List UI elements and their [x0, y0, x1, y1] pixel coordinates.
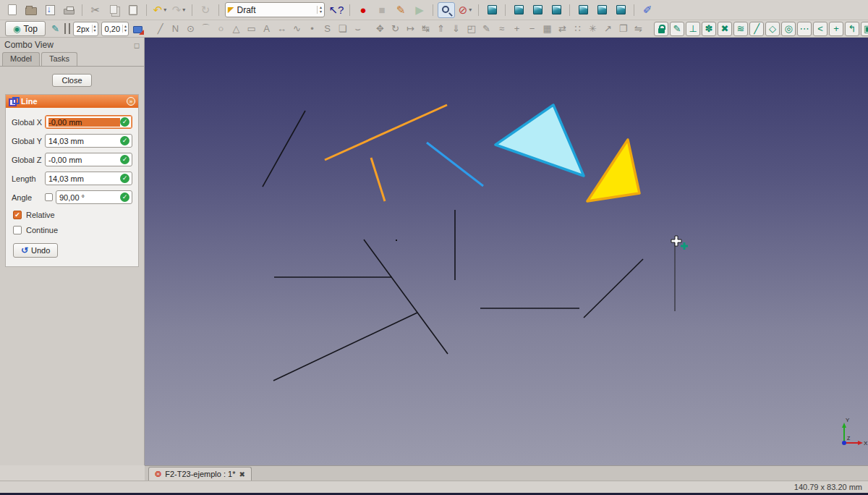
paste-icon[interactable] [124, 2, 142, 18]
draft-point-icon[interactable]: • [305, 22, 319, 36]
dock-toggle-icon[interactable]: ◻ [134, 41, 140, 49]
draft-wire-to-bspline-icon[interactable]: ≈ [495, 22, 509, 36]
draft-arc-icon[interactable]: ⌒ [199, 22, 213, 36]
snap-lock-icon[interactable] [654, 22, 668, 36]
left-view-icon[interactable] [612, 2, 629, 18]
draft-polygon-icon[interactable]: △ [229, 22, 243, 36]
rear-view-icon[interactable] [574, 2, 592, 18]
close-button[interactable]: Close [52, 74, 91, 87]
draft-mirror-icon[interactable]: ⇋ [631, 22, 645, 36]
draft-add-point-icon[interactable]: + [510, 22, 524, 36]
snap-midpoint-icon[interactable]: ◇ [765, 22, 780, 36]
draft-circle-icon[interactable]: ⊙ [184, 22, 197, 36]
draft-upgrade-icon[interactable]: ⇑ [434, 22, 448, 36]
snap-endpoint-icon[interactable]: ✎ [670, 22, 684, 36]
snap-angle-icon[interactable]: < [813, 22, 827, 36]
draft-edit-icon[interactable]: ✎ [480, 22, 493, 36]
measure-distance-icon[interactable]: ✐ [639, 2, 656, 18]
axonometric-view-icon[interactable] [483, 2, 501, 18]
black-line-diagonal-right[interactable] [584, 259, 643, 318]
draft-facebinder-icon[interactable]: ❏ [336, 22, 349, 36]
open-file-icon[interactable] [22, 2, 40, 18]
save-icon[interactable] [41, 2, 59, 18]
draft-shape2dview-icon[interactable]: ▦ [540, 22, 554, 36]
close-document-icon[interactable]: ✖ [239, 470, 244, 478]
snap-extension-icon[interactable]: ╱ [749, 22, 764, 36]
draft-rectangle-icon[interactable]: ▭ [244, 22, 258, 36]
cyan-triangle[interactable] [495, 105, 584, 176]
snap-center-icon[interactable]: ◎ [781, 22, 796, 36]
angle-input[interactable]: 90,00 °✓ [56, 190, 132, 204]
orange-line-long[interactable] [325, 105, 447, 160]
draft-rotate-icon[interactable]: ↻ [388, 22, 402, 36]
draft-array-icon[interactable]: ∷ [571, 22, 584, 36]
toggle-grid-icon[interactable]: ▣ [861, 22, 868, 36]
text-scale-spinbox-stepper[interactable]: ▴▾ [122, 25, 127, 33]
snap-dimensions-icon[interactable]: ⋯ [797, 22, 812, 36]
global-z-input[interactable]: -0,00 mm✓ [45, 153, 132, 166]
top-view-icon[interactable] [529, 2, 546, 18]
working-plane-button[interactable]: ◉Top [5, 21, 46, 36]
draft-wire-icon[interactable]: N [169, 22, 182, 36]
draft-bspline-icon[interactable]: ∿ [290, 22, 304, 36]
collapse-dialog-icon[interactable]: » [127, 97, 135, 106]
construction-mode-icon[interactable]: ✎ [48, 22, 62, 36]
black-line-diagonal-up[interactable] [273, 313, 417, 381]
line-color-swatch[interactable] [64, 23, 66, 34]
face-color-swatch[interactable] [69, 23, 70, 34]
relative-checkbox[interactable]: ✔ [13, 211, 22, 219]
tab-model[interactable]: Model [2, 52, 40, 66]
combo-stepper[interactable]: ▴▾ [317, 6, 322, 14]
blue-line[interactable] [427, 143, 483, 186]
draft-delete-point-icon[interactable]: − [525, 22, 539, 36]
redo-icon-dropdown-arrow[interactable]: ▾ [182, 7, 185, 13]
draft-path-array-icon[interactable]: ✳ [586, 22, 600, 36]
snap-intersection-icon[interactable]: ✖ [718, 22, 732, 36]
draft-ellipse-icon[interactable]: ○ [214, 22, 228, 36]
continue-checkbox[interactable] [13, 226, 22, 234]
snap-perpendicular-icon[interactable]: ⊥ [686, 22, 700, 36]
bottom-view-icon[interactable] [593, 2, 610, 18]
draw-style-icon[interactable]: ⊘▾ [456, 2, 474, 18]
black-line-diagonal-down[interactable] [364, 240, 448, 354]
draft-to-sketch-icon[interactable]: ⇄ [556, 22, 569, 36]
draft-trimex-icon[interactable]: ↹ [419, 22, 433, 36]
draft-clone-icon[interactable]: ❐ [616, 22, 630, 36]
snap-working-plane-icon[interactable]: ↰ [845, 22, 859, 36]
draft-shapestring-icon[interactable]: S [320, 22, 334, 36]
snap-parallel-icon[interactable]: ≋ [733, 22, 748, 36]
draft-downgrade-icon[interactable]: ⇓ [449, 22, 463, 36]
macro-edit-icon[interactable]: ✎ [392, 2, 409, 18]
front-view-icon[interactable] [510, 2, 527, 18]
draft-dimension-icon[interactable]: ↔ [275, 22, 289, 36]
draft-line-icon[interactable]: ╱ [153, 22, 167, 36]
workbench-selector[interactable]: ◤Draft▴▾ [225, 2, 325, 17]
right-view-icon[interactable] [548, 2, 565, 18]
global-y-input[interactable]: 14,03 mm✓ [45, 134, 132, 148]
orange-line-short[interactable] [371, 158, 385, 201]
angle-checkbox[interactable] [45, 193, 53, 201]
snap-grid-icon[interactable]: ✽ [702, 22, 716, 36]
undo-button[interactable]: ↺ Undo [13, 243, 58, 258]
draft-bezcurve-icon[interactable]: ⌣ [351, 22, 365, 36]
document-tab[interactable]: ❂ F2-T23-ejemplo : 1* ✖ [148, 467, 252, 481]
draft-stretch-icon[interactable]: ↗ [601, 22, 615, 36]
line-width-spinbox-stepper[interactable]: ▴▾ [92, 25, 96, 33]
black-line-upper-left[interactable] [263, 111, 305, 187]
relative-checkbox-row[interactable]: ✔Relative [13, 211, 132, 219]
draft-offset-icon[interactable]: ↦ [404, 22, 417, 36]
macro-record-icon[interactable]: ● [354, 2, 372, 18]
global-x-input[interactable]: -0,00 mm✓ [45, 115, 132, 129]
3d-viewport[interactable]: YXZ [145, 38, 868, 465]
fit-all-icon[interactable] [438, 2, 455, 18]
undo-icon[interactable]: ↶▾ [151, 2, 169, 18]
snap-ortho-icon[interactable]: + [829, 22, 843, 36]
length-input[interactable]: 14,03 mm✓ [45, 172, 132, 185]
line-width-spinbox[interactable]: 2px▴▾ [73, 22, 98, 36]
cut-icon[interactable]: ✂ [87, 2, 104, 18]
print-icon[interactable] [60, 2, 77, 18]
new-file-icon[interactable] [4, 2, 21, 18]
tab-tasks[interactable]: Tasks [41, 52, 77, 66]
draft-move-icon[interactable]: ✥ [373, 22, 387, 36]
draft-text-icon[interactable]: A [260, 22, 273, 36]
